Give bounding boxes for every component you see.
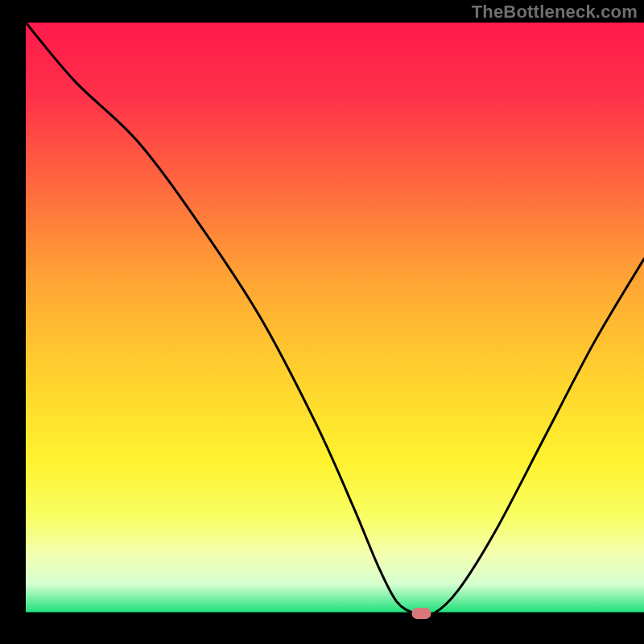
optimal-point-marker (412, 608, 431, 619)
chart-root: TheBottleneck.com (0, 0, 644, 644)
bottleneck-chart (0, 0, 644, 644)
watermark-text: TheBottleneck.com (472, 2, 638, 23)
plot-background (26, 23, 644, 613)
